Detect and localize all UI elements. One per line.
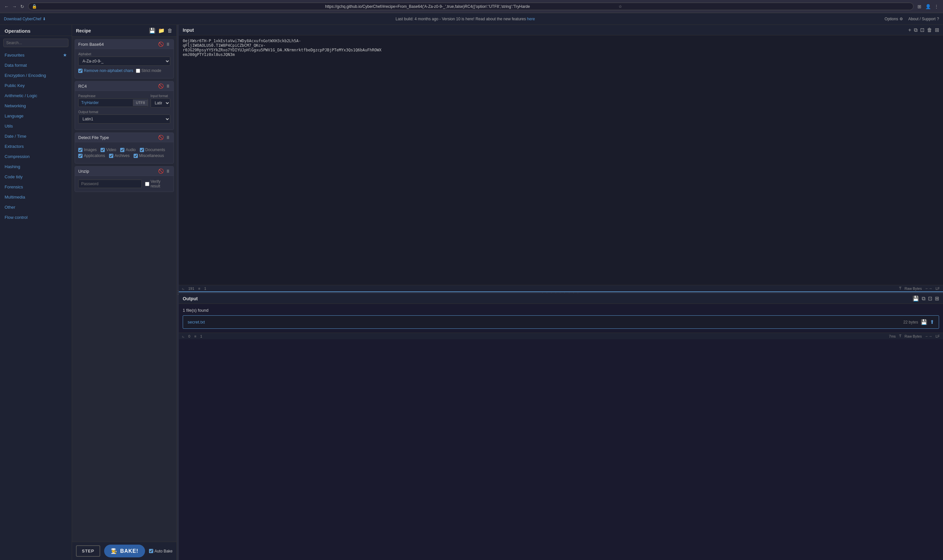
sidebar-label: Networking	[5, 103, 26, 108]
sidebar-item-language[interactable]: Language	[0, 111, 72, 121]
output-format-select[interactable]: Latin1	[78, 114, 170, 124]
archives-checkbox[interactable]	[109, 154, 113, 158]
output-file-name[interactable]: secret.txt	[188, 320, 205, 325]
sidebar-item-flowcontrol[interactable]: Flow control	[0, 212, 72, 222]
from-base64-header: From Base64 🚫 ⏸	[75, 40, 174, 49]
bake-button[interactable]: 👨‍🍳 BAKE!	[104, 545, 145, 557]
sidebar-label: Arithmetic / Logic	[5, 93, 37, 98]
sidebar-item-datetime[interactable]: Date / Time	[0, 131, 72, 141]
documents-checkbox[interactable]	[140, 148, 144, 152]
sidebar-item-hashing[interactable]: Hashing	[0, 162, 72, 172]
output-copy-button[interactable]: ⧉	[922, 296, 925, 302]
about-button[interactable]: About / Support ?	[908, 17, 939, 21]
input-content[interactable]: 0ejXWsr6TH-P_1xkEstaVwi7WDy8AcxufnGotWXH…	[179, 35, 943, 285]
from-base64-title: From Base64	[78, 42, 104, 47]
output-save-button[interactable]: 💾	[912, 295, 919, 302]
output-file-save-button[interactable]: 💾	[921, 319, 927, 325]
input-format-field: Input format Latin1	[151, 94, 171, 108]
detect-file-title: Detect File Type	[78, 135, 109, 140]
search-input[interactable]	[3, 38, 68, 47]
output-charset-icon: Ƭ	[899, 334, 901, 338]
applications-checkbox[interactable]	[78, 154, 82, 158]
detect-file-disable-button[interactable]: 🚫	[158, 135, 164, 140]
remove-nonalpha-label[interactable]: Remove non-alphabet chars	[78, 68, 133, 73]
detect-file-pause-button[interactable]: ⏸	[166, 135, 170, 140]
sidebar-item-compression[interactable]: Compression	[0, 151, 72, 162]
sidebar-item-favourites[interactable]: Favourites ★	[0, 50, 72, 60]
auto-bake-area[interactable]: Auto Bake	[149, 549, 173, 554]
back-button[interactable]: ←	[3, 3, 10, 10]
detect-checkboxes-grid: Images Video Audio	[78, 148, 170, 158]
here-link[interactable]: here	[527, 17, 535, 21]
input-chars-count: 191	[188, 286, 194, 291]
recipe-block-rc4: RC4 🚫 ⏸ Passphrase UTF8	[75, 81, 174, 130]
strict-mode-label[interactable]: Strict mode	[136, 68, 161, 73]
unzip-pause-button[interactable]: ⏸	[166, 168, 170, 174]
sidebar-item-extractors[interactable]: Extractors	[0, 141, 72, 151]
verify-result-checkbox[interactable]	[145, 182, 149, 186]
encoding-dropdown[interactable]: UTF8	[133, 100, 148, 106]
output-file-open-button[interactable]: ⬆	[930, 319, 934, 325]
sidebar-item-multimedia[interactable]: Multimedia	[0, 192, 72, 202]
download-label: Download CyberChef	[4, 17, 41, 21]
strict-mode-checkbox[interactable]	[136, 69, 140, 73]
input-split-button[interactable]: ⧉	[914, 27, 917, 33]
forward-button[interactable]: →	[11, 3, 18, 10]
input-delete-button[interactable]: 🗑	[927, 27, 932, 33]
io-section: Input + ⧉ ⊡ 🗑 ⊞ 0ejXWsr6TH-P_1xkEstaVwi7…	[179, 25, 943, 560]
sidebar-item-publickey[interactable]: Public Key	[0, 80, 72, 91]
unzip-disable-button[interactable]: 🚫	[158, 168, 164, 174]
sidebar-item-networking[interactable]: Networking	[0, 101, 72, 111]
output-content: 1 file(s) found secret.txt 22 bytes 💾 ⬆	[179, 304, 943, 333]
sidebar-item-arithmetic[interactable]: Arithmetic / Logic	[0, 91, 72, 101]
address-bar[interactable]: 🔒 https://gchq.github.io/CyberChef/#reci…	[28, 3, 914, 10]
menu-icon[interactable]: ⋮	[933, 3, 940, 10]
remove-nonalpha-checkbox[interactable]	[78, 69, 82, 73]
step-button[interactable]: STEP	[76, 545, 100, 557]
from-base64-disable-button[interactable]: 🚫	[158, 42, 164, 47]
download-cyberchef[interactable]: Download CyberChef ⬇	[4, 17, 46, 21]
open-recipe-button[interactable]: 📁	[158, 28, 165, 34]
extensions-icon[interactable]: ⊞	[916, 3, 923, 10]
video-checkbox[interactable]	[100, 148, 105, 152]
output-lf-button[interactable]: LF	[935, 334, 940, 338]
sidebar-item-codetidy[interactable]: Code tidy	[0, 172, 72, 182]
input-status-left: ⎁ 191 ≡ 1	[182, 286, 206, 291]
alphabet-select[interactable]: A-Za-z0-9-_	[78, 57, 170, 66]
rc4-disable-button[interactable]: 🚫	[158, 83, 164, 89]
from-base64-pause-button[interactable]: ⏸	[166, 42, 170, 47]
save-recipe-button[interactable]: 💾	[149, 28, 156, 34]
input-add-button[interactable]: +	[908, 27, 911, 33]
output-expand-button[interactable]: ⊞	[935, 295, 939, 302]
delete-recipe-button[interactable]: 🗑	[167, 28, 173, 34]
input-expand-button[interactable]: ⊞	[935, 27, 939, 33]
bookmark-icon[interactable]: ☆	[619, 4, 910, 9]
output-raw-bytes-button[interactable]: Raw Bytes	[905, 334, 922, 338]
recipe-header: Recipe 💾 📁 🗑	[72, 25, 176, 37]
passphrase-input[interactable]	[79, 99, 133, 107]
sidebar-item-dataformat[interactable]: Data format	[0, 60, 72, 70]
images-checkbox[interactable]	[78, 148, 82, 152]
sidebar-item-utils[interactable]: Utils	[0, 121, 72, 131]
sidebar-label: Hashing	[5, 164, 20, 169]
profile-icon[interactable]: 👤	[924, 3, 931, 10]
auto-bake-checkbox[interactable]	[149, 549, 153, 553]
verify-result-label[interactable]: Verify result	[145, 179, 170, 188]
options-button[interactable]: Options ⚙	[885, 17, 903, 21]
passphrase-label: Passphrase	[78, 94, 148, 98]
unzip-password-input[interactable]	[78, 180, 142, 188]
sidebar-item-other[interactable]: Other	[0, 202, 72, 212]
unzip-title: Unzip	[78, 169, 89, 174]
input-lf-button[interactable]: LF	[935, 286, 940, 291]
input-format-select[interactable]: Latin1	[151, 98, 171, 108]
output-popout-button[interactable]: ⊡	[928, 295, 932, 302]
sidebar-item-encryption[interactable]: Encryption / Encoding	[0, 70, 72, 80]
rc4-pause-button[interactable]: ⏸	[166, 83, 170, 89]
input-popout-button[interactable]: ⊡	[920, 27, 924, 33]
misc-checkbox[interactable]	[134, 154, 138, 158]
output-status-right: 7ms Ƭ Raw Bytes ←→ LF	[889, 334, 940, 338]
input-raw-bytes-button[interactable]: Raw Bytes	[905, 286, 922, 291]
refresh-button[interactable]: ↻	[19, 3, 26, 10]
sidebar-item-forensics[interactable]: Forensics	[0, 182, 72, 192]
audio-checkbox[interactable]	[120, 148, 124, 152]
